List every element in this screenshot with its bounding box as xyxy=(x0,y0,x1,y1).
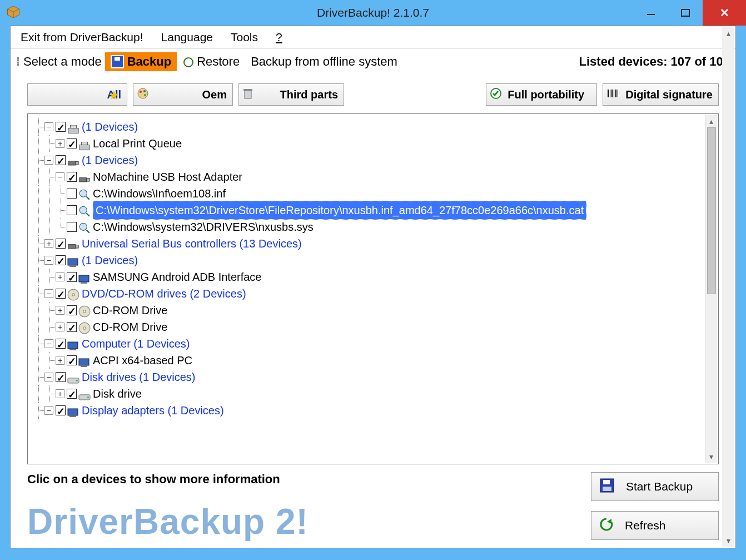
mode-restore[interactable]: Restore xyxy=(177,52,245,71)
printer-icon xyxy=(78,138,91,148)
magnifier-icon xyxy=(78,205,91,215)
tree-item[interactable]: + CD-ROM Drive xyxy=(33,319,713,335)
checkbox[interactable] xyxy=(56,239,66,249)
svg-point-48 xyxy=(76,380,78,381)
checkbox[interactable] xyxy=(67,322,77,332)
client-scrollbar[interactable]: ▴ ▾ xyxy=(722,27,734,547)
tree-category[interactable]: − (1 Devices) xyxy=(33,252,713,269)
mode-toolbar: ⁞ Select a mode Backup Restore Backup fr… xyxy=(11,48,735,78)
checkbox[interactable] xyxy=(56,339,66,349)
checkbox[interactable] xyxy=(56,155,66,165)
collapse-icon[interactable]: − xyxy=(44,289,53,298)
svg-rect-20 xyxy=(82,142,88,145)
expand-icon[interactable]: + xyxy=(44,239,53,248)
tree-category[interactable]: − DVD/CD-ROM drives (2 Devices) xyxy=(33,285,713,302)
tree-item[interactable]: − NoMachine USB Host Adapter xyxy=(33,169,713,185)
collapse-icon[interactable]: − xyxy=(44,156,53,165)
collapse-icon[interactable]: − xyxy=(44,256,53,265)
checkbox[interactable] xyxy=(56,289,66,299)
svg-rect-16 xyxy=(618,90,618,97)
collapse-icon[interactable]: − xyxy=(44,339,53,348)
collapse-icon[interactable]: − xyxy=(44,406,53,415)
collapse-icon[interactable]: − xyxy=(44,122,53,131)
checkbox[interactable] xyxy=(67,389,77,399)
checkbox[interactable] xyxy=(56,372,66,382)
tree-category[interactable]: − (1 Devices) xyxy=(33,118,713,135)
start-backup-button[interactable]: Start Backup xyxy=(591,472,719,501)
svg-point-5 xyxy=(140,91,142,93)
svg-marker-56 xyxy=(607,519,611,524)
tree-item[interactable]: + CD-ROM Drive xyxy=(33,302,713,319)
checkbox[interactable] xyxy=(67,172,77,182)
filter-signature[interactable]: Digital signature xyxy=(603,83,719,106)
tree-category[interactable]: − Computer (1 Devices) xyxy=(33,335,713,352)
filter-third[interactable]: Third parts xyxy=(238,83,344,106)
filter-oem[interactable]: Oem xyxy=(133,83,233,106)
svg-rect-36 xyxy=(81,282,87,284)
scroll-up-icon[interactable]: ▴ xyxy=(705,115,717,127)
scroll-down-icon[interactable]: ▾ xyxy=(722,534,734,547)
svg-rect-14 xyxy=(614,90,614,97)
svg-rect-44 xyxy=(69,349,76,350)
trash-icon xyxy=(242,87,253,102)
expand-icon[interactable]: + xyxy=(56,272,64,281)
tree-category[interactable]: + Universal Serial Bus controllers (13 D… xyxy=(33,235,713,252)
tree-file-selected[interactable]: C:\Windows\system32\DriverStore\FileRepo… xyxy=(33,202,713,219)
tree-category[interactable]: − Display adapters (1 Devices) xyxy=(33,402,713,419)
window-title: DriverBackup! 2.1.0.7 xyxy=(0,6,746,19)
tree-file[interactable]: C:\Windows\system32\DRIVERS\nxusbs.sys xyxy=(33,219,713,235)
expand-icon[interactable]: + xyxy=(56,356,64,365)
cycle-icon xyxy=(182,56,193,67)
collapse-icon[interactable]: − xyxy=(44,373,53,381)
refresh-button[interactable]: Refresh xyxy=(591,511,719,540)
menu-language[interactable]: Language xyxy=(161,31,213,44)
svg-point-50 xyxy=(87,397,89,398)
svg-rect-35 xyxy=(79,275,89,282)
svg-point-38 xyxy=(72,294,74,296)
checkbox[interactable] xyxy=(56,255,66,265)
menu-exit[interactable]: Exit from DriverBackup! xyxy=(21,31,143,44)
drive-icon xyxy=(78,389,91,399)
expand-icon[interactable]: + xyxy=(56,323,64,331)
expand-icon[interactable]: + xyxy=(56,389,64,398)
svg-rect-11 xyxy=(608,90,609,97)
collapse-icon[interactable]: − xyxy=(56,172,64,181)
tree-item[interactable]: + Local Print Queue xyxy=(33,135,713,152)
checkbox[interactable] xyxy=(67,138,77,148)
tree-item[interactable]: + SAMSUNG Android ADB Interface xyxy=(33,269,713,285)
expand-icon[interactable]: + xyxy=(56,306,64,315)
tree-file[interactable]: C:\Windows\Inf\oem108.inf xyxy=(33,185,713,202)
checkbox[interactable] xyxy=(56,405,66,415)
menu-tools[interactable]: Tools xyxy=(231,31,258,44)
checkbox[interactable] xyxy=(56,122,66,132)
checkbox[interactable] xyxy=(67,272,77,282)
tree-scrollbar[interactable]: ▴ ▾ xyxy=(705,115,717,463)
tree-item[interactable]: + Disk drive xyxy=(33,385,713,402)
tree-category[interactable]: − Disk drives (1 Devices) xyxy=(33,369,713,385)
filter-all[interactable]: ★ All xyxy=(27,83,127,106)
svg-rect-21 xyxy=(68,161,76,165)
menu-help[interactable]: ? xyxy=(276,31,282,44)
scroll-down-icon[interactable]: ▾ xyxy=(705,450,717,463)
checkbox[interactable] xyxy=(67,305,77,315)
mode-label: Select a mode xyxy=(23,54,102,69)
svg-point-42 xyxy=(83,327,86,329)
mode-offline[interactable]: Backup from offline system xyxy=(245,52,403,71)
tree-category[interactable]: − (1 Devices) xyxy=(33,152,713,169)
checkbox[interactable] xyxy=(67,205,77,215)
titlebar: DriverBackup! 2.1.0.7 ✕ xyxy=(0,0,746,26)
checkbox[interactable] xyxy=(67,355,77,365)
scroll-up-icon[interactable]: ▴ xyxy=(722,27,734,39)
magnifier-icon xyxy=(78,189,91,199)
mode-backup[interactable]: Backup xyxy=(105,52,177,71)
expand-icon[interactable]: + xyxy=(56,139,64,148)
svg-rect-22 xyxy=(76,162,78,165)
checkbox[interactable] xyxy=(67,189,77,199)
scroll-thumb[interactable] xyxy=(707,127,716,294)
svg-point-27 xyxy=(79,206,87,214)
checkbox[interactable] xyxy=(67,222,77,232)
filter-portability[interactable]: Full portability xyxy=(486,83,597,106)
computer-icon xyxy=(67,339,79,349)
filter-row: ★ All Oem Third parts Full portability xyxy=(11,78,735,113)
tree-item[interactable]: + ACPI x64-based PC xyxy=(33,352,713,369)
